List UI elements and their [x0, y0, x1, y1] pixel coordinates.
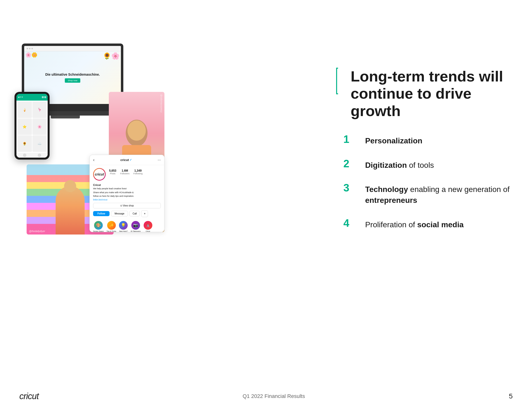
footer-center-text: Q1 2022 Financial Results: [243, 393, 305, 399]
ig-highlight-label-1: Design Space: [93, 230, 104, 232]
ig-highlight-4[interactable]: 📷 IG Takeovers: [131, 221, 141, 232]
ig-add-button[interactable]: +: [141, 210, 148, 217]
ig-highlights: 🎨 Design Space ✨ Tips & Tricks 💡 New Her…: [90, 220, 164, 232]
laptop-flowers-left: 🌸🌼: [25, 52, 38, 58]
ig-highlight-label-3: New Here?: [119, 230, 128, 232]
trend-number-1: 1: [343, 134, 355, 145]
phone-header-title: ◀ ✕ ✏: [18, 96, 23, 98]
phone-cell-6: ☁️: [32, 135, 47, 152]
phone-footer: [17, 153, 48, 158]
phone-header-icons: [42, 96, 46, 98]
trend-item-4: 4 Proliferation of social media: [343, 218, 513, 230]
ig-highlight-1[interactable]: 🎨 Design Space: [93, 221, 104, 232]
ig-bio-line3: follow us here for daily tips and inspir…: [93, 195, 161, 198]
trend-bold-1: Personalization: [365, 136, 422, 145]
trend-bold-4: social media: [417, 220, 464, 229]
ig-highlight-3[interactable]: 💡 New Here?: [119, 221, 128, 232]
trend-text-1: Personalization: [365, 134, 422, 146]
ig-follow-button[interactable]: Follow: [93, 211, 110, 216]
ig-link[interactable]: linkin.bio/cricut: [93, 198, 161, 201]
ig-avatar-logo: cricut: [95, 172, 104, 176]
trend-bold-3a: Technology: [365, 185, 408, 194]
ig-highlight-circle-4: 📷: [131, 221, 140, 230]
phone-cell-2: 🦩: [32, 102, 47, 118]
ig-action-row: Follow Message Call +: [90, 210, 164, 220]
woman-silhouette: [56, 186, 85, 234]
cricut-logo: cricut: [19, 391, 39, 401]
footer: cricut Q1 2022 Financial Results 5: [0, 391, 532, 401]
ig-bio-line1: We help people lead creative lives!: [93, 187, 161, 190]
ig-stat-following: 1,349 Following: [133, 169, 143, 175]
ig-username-text: cricut: [120, 158, 129, 162]
ig-following-num: 1,349: [134, 169, 142, 172]
ig-profile-section: cricut 5,653 Posts 1.6M Followers 1,349 …: [90, 165, 164, 184]
ig-highlight-circle-2: ✨: [107, 221, 116, 230]
phone-mockup: ◀ ✕ ✏ 🍦 🦩 ⭐ 🌸 🌻 ☁️: [15, 92, 50, 159]
trends-list: 1 Personalization 2 Digitization of tool…: [343, 134, 513, 230]
ig-message-button[interactable]: Message: [111, 211, 128, 216]
ig-call-button[interactable]: Call: [129, 211, 140, 216]
trend-text-3: Technology enabling a new generation of …: [365, 183, 513, 206]
trend-number-4: 4: [343, 218, 355, 228]
ig-header: ‹ cricut ✓ ···: [90, 155, 164, 165]
laptop-stand: [51, 116, 80, 119]
ig-bio-line2: Share what you make with #CricutMade &: [93, 191, 161, 194]
phone-header: ◀ ✕ ✏: [17, 94, 48, 101]
right-panel: Long-term trends will continue to drive …: [343, 68, 513, 230]
ig-avatar: cricut: [93, 168, 106, 181]
ig-posts-label: Posts: [110, 172, 116, 175]
ig-stat-posts: 5,653 Posts: [109, 169, 116, 175]
trend-bold-3b: entrepreneurs: [365, 196, 417, 205]
phone-image-grid: 🍦 🦩 ⭐ 🌸 🌻 ☁️: [17, 101, 48, 153]
trend-number-3: 3: [343, 183, 355, 193]
phone-cell-1: 🍦: [17, 102, 32, 118]
phone-icon-2: [44, 96, 46, 98]
ig-highlight-label-5: Cricut: [146, 230, 150, 232]
ig-bio-section: Cricut We help people lead creative live…: [90, 184, 164, 203]
ig-avatar-inner: cricut: [94, 169, 105, 180]
ig-more-button[interactable]: ···: [158, 158, 161, 162]
ig-highlight-circle-5: ✂️: [144, 221, 152, 230]
ig-verified-icon: ✓: [130, 158, 132, 161]
ig-highlight-label-4: IG Takeovers: [131, 230, 141, 232]
left-panel: 🌸🌼 Die ultimative Schneidemaschine. Shop…: [15, 44, 164, 309]
ig-highlight-5[interactable]: ✂️ Cricut: [144, 221, 152, 232]
woman-head: [64, 180, 76, 192]
trend-bold-2: Digitization: [365, 161, 407, 169]
svg-point-2: [127, 120, 146, 141]
accent-bracket: [336, 68, 338, 94]
phone-footer-btn-check[interactable]: [38, 154, 41, 157]
phone-cell-3: ⭐: [17, 119, 32, 135]
ig-highlight-circle-3: 💡: [119, 221, 128, 230]
trend-text-4: Proliferation of social media: [365, 218, 464, 230]
heading-container: Long-term trends will continue to drive …: [343, 68, 513, 120]
nav-dot-2: [29, 48, 30, 49]
nav-dot-1: [27, 48, 28, 49]
laptop-shop-button[interactable]: Shop now: [65, 78, 80, 83]
phone-cell-5: 🌻: [17, 135, 32, 152]
ig-stats: 5,653 Posts 1.6M Followers 1,349 Followi…: [109, 168, 161, 175]
nav-dot-3: [31, 48, 33, 49]
shelf-photo-label: @thedailydiyer: [29, 230, 45, 233]
ig-highlight-label-2: Tips & Tricks: [107, 230, 116, 232]
phone-cell-4: 🌸: [32, 119, 47, 135]
ig-username: cricut ✓: [120, 158, 132, 162]
trend-number-2: 2: [343, 158, 355, 169]
phone-icon-1: [42, 96, 44, 98]
ig-display-name: Cricut: [93, 184, 161, 187]
ig-back-button[interactable]: ‹: [93, 157, 95, 162]
trend-item-1: 1 Personalization: [343, 134, 513, 146]
laptop-flowers-right: 🌻🌸: [103, 52, 120, 60]
ig-highlight-circle-1: 🎨: [94, 221, 103, 230]
ig-following-label: Following: [133, 172, 143, 175]
influencer-watermark: @colormecourtncy: [160, 94, 162, 112]
main-heading: Long-term trends will continue to drive …: [348, 68, 513, 120]
ig-highlight-2[interactable]: ✨ Tips & Tricks: [107, 221, 116, 232]
laptop-nav: [24, 46, 121, 51]
footer-page-number: 5: [509, 392, 513, 400]
ig-view-shop-button[interactable]: ⊙ View shop: [93, 203, 161, 208]
trend-text-2: Digitization of tools: [365, 158, 434, 171]
phone-screen: ◀ ✕ ✏ 🍦 🦩 ⭐ 🌸 🌻 ☁️: [17, 94, 48, 158]
phone-footer-btn-x[interactable]: [23, 154, 26, 157]
trend-item-2: 2 Digitization of tools: [343, 158, 513, 171]
